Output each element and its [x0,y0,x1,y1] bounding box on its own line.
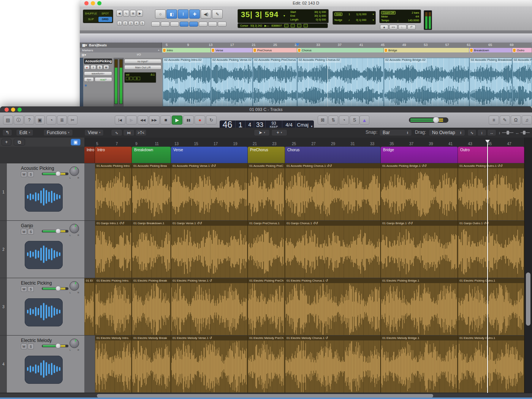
audio-region[interactable]: 01 Electric Picking Verse.1 ↺ [171,278,248,335]
markers-header[interactable]: Markers + [80,48,162,52]
zoom-preset-4[interactable]: 4 [134,21,139,25]
ruler-header[interactable]: ▤▾ Bars|Beats [80,43,162,48]
vertical-auto-zoom-icon[interactable]: ↕ [477,129,486,136]
no-input-shield-icon[interactable]: ⊠ [318,116,328,125]
track-thumbnail[interactable] [25,298,63,326]
midi-merge-icon[interactable]: ↶ [407,25,416,30]
audio-region[interactable]: 01 Electric Picking Outro.1 [458,278,524,335]
edit-option-button[interactable] [161,22,169,27]
track-name[interactable]: Ganjo [21,223,33,228]
nudge-caret-icon[interactable]: ▾ [372,19,374,22]
marker-prechorus[interactable]: PreChorus [253,48,297,52]
playhead-handle[interactable] [485,140,490,143]
marker-breakdown[interactable]: Breakdown [132,147,171,163]
edit-mode-spot[interactable]: SPOT [98,11,112,16]
zoom-preset-3[interactable]: 3 [128,21,133,25]
snap-zero-icon[interactable]: >T< [135,129,147,136]
audio-region[interactable]: 01 Acoustic Picking Outro.1 ↺↺ [458,163,524,220]
lcd-div[interactable]: 4 [248,122,251,127]
audio-region[interactable]: 01 Electric Picking Break [132,278,171,335]
volume-slider[interactable] [42,287,68,290]
count-off-value[interactable]: 2 bars [412,11,419,14]
bars-beats-ruler[interactable]: 5913172125293337414549535761656973 ▤▾ Ba… [80,43,532,48]
track-header[interactable]: Acoustic PickingMSLR [7,163,85,220]
menu-edit[interactable]: Edit▾ [16,129,33,136]
tuner-icon[interactable]: ◔ [339,116,349,125]
track-view-selector[interactable]: waveform▾ [84,71,112,76]
audio-region[interactable]: 01 Acoustic Picking Bridge.1 ↺↺ [381,163,458,220]
lcd-key[interactable]: Cmaj [297,122,309,127]
edit-option-button[interactable] [151,22,160,27]
volume-thumb[interactable] [55,286,61,291]
zoom-right-arrow[interactable]: ▶ [137,10,143,17]
audio-region[interactable]: 02 Acoustic Picking Chorus-02 [297,58,384,106]
event-list-icon[interactable]: ≡ [489,116,499,125]
automation-mode-button[interactable]: read▾ [95,77,112,82]
edit-insertion-icon[interactable] [291,24,295,27]
zoom-left-arrow[interactable]: ◀ [116,10,122,17]
edit-option-button[interactable] [170,22,179,27]
nudge-value[interactable]: 0| 1| 000 [356,19,366,21]
scrubber-tool[interactable]: ◀) [201,10,211,19]
logic-marker-lane[interactable]: IntroIntroBreakdownVersePreChorusChorusB… [0,147,524,163]
count-in-icon[interactable]: «» [389,25,397,30]
marker-prechorus[interactable]: PreChorus [248,147,285,163]
playhead-line[interactable] [487,143,488,393]
crossfade-icon[interactable]: ⋈ [123,129,135,136]
solo-button[interactable]: S [28,344,34,349]
tempo-value[interactable]: 143.0000 [408,19,419,22]
punch-in-out-icon[interactable]: ⇅ [328,116,338,125]
vol-value[interactable]: -5.1 [150,73,155,76]
marker-intro[interactable]: Intro [162,48,211,52]
horizontal-zoom-slider[interactable]: ↔ [515,129,530,136]
audio-region[interactable]: 01 Ganjo PreChorus.1 [248,221,285,278]
region-lane[interactable]: 01 Ganjo Intro.1 ↺↺01 Ganjo Breakdown.10… [84,221,524,278]
mute-button[interactable]: M [103,65,109,70]
mute-button[interactable]: M [21,286,27,292]
lcd-time[interactable]: 4/4 [286,122,293,127]
edit-option-button[interactable] [199,22,207,27]
audio-region[interactable]: 02 Acoustic Picking Bridge-02 [384,58,469,106]
ruler-menu-icon[interactable]: ▤▾ [82,43,87,47]
zoom-preset-1[interactable]: 1 [117,21,122,25]
command-tool-menu[interactable]: +▾ [271,129,287,136]
audio-region[interactable]: 01 Electric Melody Break [132,336,171,393]
timeline-insertion-icon[interactable] [284,24,288,27]
horizontal-scrollbar-thumb[interactable] [97,394,433,397]
track-name[interactable]: AcousticPicking [84,59,112,64]
input-monitor-button[interactable]: I [90,65,96,70]
vertical-scrollbar-track[interactable] [524,138,532,393]
grid-value[interactable]: 1| 0| 000 [356,13,366,16]
audio-region[interactable]: 01 Ganjo Outro.1 ↺↺ [458,221,524,278]
edit-option-button[interactable] [208,22,217,27]
smart-controls-icon[interactable]: ◔ [46,116,56,125]
vertical-zoom-slider[interactable]: ↕ [499,129,513,136]
audio-region[interactable]: 02 Acoustic Pi [512,58,532,106]
audio-zoom-icon[interactable]: ∿ [123,10,129,17]
pan-knob[interactable]: LR [70,281,79,291]
volume-pan-box[interactable]: vol -5.1 0 0 [124,72,156,83]
track-thumbnail[interactable] [25,356,63,384]
track-name[interactable]: Electric Picking [21,280,52,286]
track-thumbnail[interactable] [25,184,63,212]
audio-region[interactable]: 01 Ganjo Bridge.1 ↺↺ [381,221,458,278]
meter-value[interactable]: 4/4 [415,15,419,18]
back-button[interactable]: ↰ [2,129,12,136]
audio-region[interactable]: 02 Acoustic Picking Breakdown [469,58,512,106]
pan-right-value[interactable]: 0 [133,77,140,80]
volume-thumb[interactable] [55,343,61,348]
marker-intro[interactable]: Intro [95,147,132,163]
marker-verse[interactable]: Verse [171,147,248,163]
go-to-beginning-button[interactable]: |◀ [115,116,125,125]
grid-caret-icon[interactable]: ▾ [372,13,374,16]
markers-lane[interactable]: IFIntroVersePreChorusChorusBridgeBreakdo… [80,48,532,52]
input-selector[interactable]: no input▾ [124,59,162,63]
audio-region[interactable]: 01 Electric Picking Chorus.1 ↺ [285,278,381,335]
record-button[interactable]: ● [195,116,205,125]
audio-region[interactable]: 02 Acoustic Picking Intro-02 [163,58,211,106]
vertical-scrollbar-thumb[interactable] [526,272,530,326]
region-lane[interactable]: 01 El01 Electric Picking Intro.01 Electr… [84,278,524,335]
audio-region[interactable]: 01 Electric Picking Intro. [95,278,132,335]
playback-cursor-arrow-icon[interactable] [296,43,299,46]
audio-region[interactable]: 01 Electric Melody Verse.1 ↺ [171,336,248,393]
